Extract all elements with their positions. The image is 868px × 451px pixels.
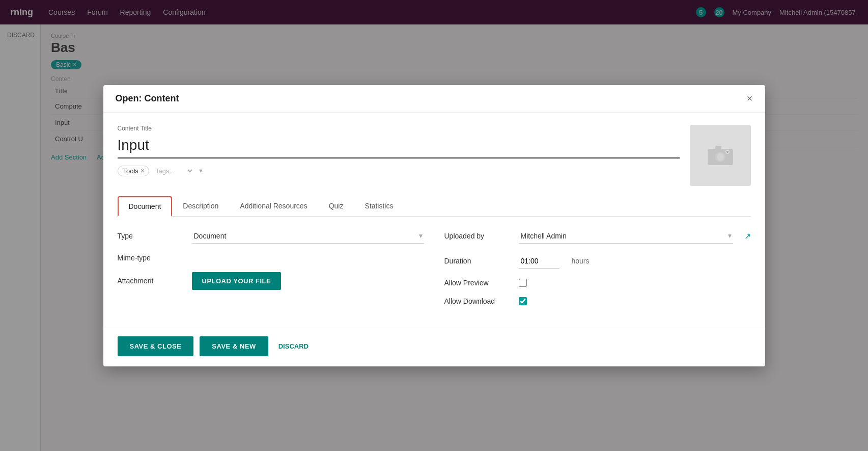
duration-row: Duration hours — [444, 254, 751, 269]
tags-row: Tools × Tags... ▼ — [118, 166, 680, 176]
modal-header: Open: Content × — [103, 85, 765, 113]
uploaded-by-select[interactable]: Mitchell Admin — [519, 229, 727, 243]
allow-preview-label: Allow Preview — [444, 279, 511, 287]
tags-dropdown-arrow-icon: ▼ — [198, 168, 204, 174]
tab-statistics[interactable]: Statistics — [354, 196, 404, 217]
duration-label: Duration — [444, 257, 511, 265]
modal-body: Content Title Tools × Tags... ▼ — [103, 113, 765, 328]
allow-preview-checkbox[interactable] — [519, 279, 527, 287]
save-new-button[interactable]: SAVE & NEW — [200, 336, 268, 356]
uploaded-by-arrow-icon: ▼ — [727, 232, 733, 240]
modal-title: Open: Content — [116, 93, 179, 104]
modal-thumbnail[interactable] — [690, 125, 751, 186]
attachment-label: Attachment — [118, 277, 184, 285]
tab-description[interactable]: Description — [172, 196, 229, 217]
tag-chip-label: Tools — [123, 167, 138, 175]
modal-top-row: Content Title Tools × Tags... ▼ — [118, 125, 751, 186]
tab-document[interactable]: Document — [118, 196, 173, 217]
uploaded-by-select-wrapper: Mitchell Admin ▼ — [519, 229, 733, 244]
content-modal: Open: Content × Content Title Tools × Ta… — [103, 85, 765, 366]
tab-quiz[interactable]: Quiz — [318, 196, 354, 217]
save-close-button[interactable]: SAVE & CLOSE — [118, 336, 194, 356]
modal-footer: SAVE & CLOSE SAVE & NEW DISCARD — [103, 328, 765, 366]
uploaded-by-label: Uploaded by — [444, 232, 511, 240]
allow-download-label: Allow Download — [444, 297, 511, 305]
allow-preview-row: Allow Preview — [444, 279, 751, 287]
mime-type-label: Mime-type — [118, 254, 184, 262]
type-select-wrapper: Document Video URL Infographic ▼ — [192, 229, 424, 244]
allow-download-row: Allow Download — [444, 297, 751, 305]
form-right: Uploaded by Mitchell Admin ▼ ↗ Duration … — [444, 229, 751, 315]
type-select-arrow-icon: ▼ — [418, 232, 424, 240]
form-left: Type Document Video URL Infographic ▼ Mi… — [118, 229, 424, 315]
type-row: Type Document Video URL Infographic ▼ — [118, 229, 424, 244]
tabs-row: Document Description Additional Resource… — [118, 196, 751, 217]
tag-chip-tools: Tools × — [118, 166, 150, 176]
type-select[interactable]: Document Video URL Infographic — [192, 229, 418, 243]
allow-download-checkbox[interactable] — [519, 297, 527, 305]
camera-icon — [705, 143, 736, 168]
tag-chip-remove-icon[interactable]: × — [141, 167, 145, 174]
svg-point-2 — [717, 153, 724, 161]
content-title-label: Content Title — [118, 125, 680, 132]
type-label: Type — [118, 232, 184, 240]
content-title-input[interactable] — [118, 135, 680, 158]
discard-button[interactable]: DISCARD — [274, 336, 313, 356]
upload-file-button[interactable]: UPLOAD YOUR FILE — [192, 272, 282, 290]
uploaded-by-row: Uploaded by Mitchell Admin ▼ ↗ — [444, 229, 751, 244]
tags-select[interactable]: Tags... — [153, 167, 194, 175]
uploaded-by-external-link-icon[interactable]: ↗ — [744, 231, 751, 241]
modal-close-button[interactable]: × — [747, 93, 753, 103]
tab-additional-resources[interactable]: Additional Resources — [229, 196, 318, 217]
svg-rect-3 — [715, 146, 721, 150]
duration-unit: hours — [572, 257, 590, 265]
attachment-row: Attachment UPLOAD YOUR FILE — [118, 272, 424, 290]
duration-input[interactable] — [519, 254, 559, 269]
modal-top-left: Content Title Tools × Tags... ▼ — [118, 125, 680, 176]
form-section: Type Document Video URL Infographic ▼ Mi… — [118, 229, 751, 315]
mime-type-row: Mime-type — [118, 254, 424, 262]
